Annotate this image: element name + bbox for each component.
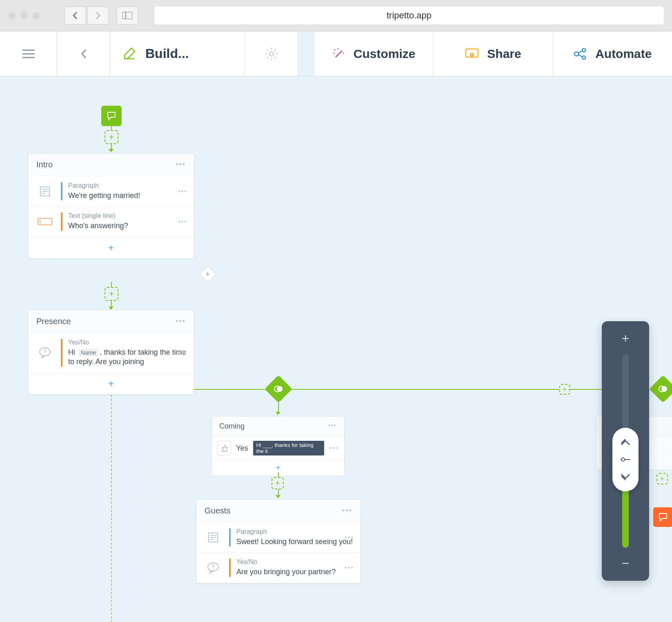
variable-chip: Name	[78, 349, 98, 357]
svg-point-8	[333, 52, 334, 53]
nav-back-button[interactable]	[65, 7, 86, 24]
condition-icon	[658, 384, 668, 394]
block-type: Paragraph	[236, 528, 354, 535]
end-node[interactable]	[653, 507, 672, 527]
block-row[interactable]: ? Yes/No Are you bringing your partner? …	[196, 553, 360, 583]
arrow-icon	[276, 412, 280, 415]
nav-buttons	[65, 7, 109, 24]
zoom-out-button[interactable]: −	[622, 556, 630, 571]
condition-label: Yes	[236, 444, 248, 453]
close-dot[interactable]	[8, 12, 16, 19]
customize-label: Customize	[354, 47, 416, 61]
svg-point-5	[269, 52, 274, 56]
branch-node[interactable]	[649, 375, 672, 403]
build-icon	[122, 47, 136, 61]
chat-icon	[658, 512, 668, 522]
section-menu-button[interactable]: •••	[176, 160, 186, 169]
tab-automate[interactable]: Automate	[553, 31, 672, 76]
add-branch-button[interactable]: +	[559, 384, 570, 395]
block-text: Hi Name, thanks for taking the time to r…	[68, 348, 187, 367]
svg-line-16	[578, 55, 582, 57]
section-header[interactable]: Guests •••	[196, 500, 360, 522]
accent-bar	[61, 339, 62, 367]
block-menu-button[interactable]: •••	[178, 349, 187, 356]
browser-chrome: tripetto.app	[0, 0, 672, 31]
block-row[interactable]: Paragraph We're getting married! •••	[28, 176, 194, 207]
maximize-dot[interactable]	[33, 12, 40, 19]
toolbar-gap	[298, 31, 314, 76]
share-label: Share	[487, 47, 521, 61]
flow-canvas[interactable]: + Intro ••• Paragraph We're getting marr…	[0, 76, 672, 622]
add-node-button[interactable]: +	[656, 473, 668, 484]
add-block-button[interactable]: +	[28, 373, 194, 394]
condition-header[interactable]: Coming •••	[212, 416, 344, 437]
start-node[interactable]	[101, 106, 122, 126]
block-text: Who's answering?	[68, 221, 187, 231]
section-guests[interactable]: Guests ••• Paragraph Sweet! Looking forw…	[196, 499, 361, 584]
tab-build[interactable]: Build...	[110, 31, 245, 76]
nav-forward-button[interactable]	[87, 7, 109, 24]
block-row[interactable]: ? Yes/No Hi Name, thanks for taking the …	[28, 333, 194, 373]
svg-point-13	[582, 49, 585, 52]
toolbar-back-button[interactable]	[57, 31, 110, 76]
zoom-in-button[interactable]: +	[622, 331, 630, 346]
section-header[interactable]: Presence •••	[28, 310, 194, 333]
add-node-button[interactable]: +	[271, 477, 284, 489]
block-menu-button[interactable]: •••	[345, 534, 354, 541]
add-node-button[interactable]: +	[105, 287, 118, 301]
sidebar-toggle-button[interactable]	[117, 7, 138, 24]
settings-button[interactable]	[245, 31, 298, 76]
connector	[278, 399, 279, 412]
thumbs-up-icon	[218, 441, 231, 455]
condition-row-menu[interactable]: •••	[329, 444, 338, 452]
block-row[interactable]: Paragraph Sweet! Looking forward seeing …	[196, 522, 360, 553]
accent-bar	[229, 558, 231, 577]
svg-point-6	[334, 49, 335, 50]
condition-menu-button[interactable]: •••	[328, 422, 337, 431]
menu-button[interactable]	[0, 31, 57, 76]
add-branch-button[interactable]: +	[199, 266, 216, 283]
block-type: Text (single line)	[68, 212, 187, 220]
connector	[278, 489, 279, 495]
paragraph-icon	[39, 186, 51, 197]
block-text: Sweet! Looking forward seeing you!	[236, 537, 354, 546]
section-title: Intro	[36, 160, 53, 169]
zoom-panel: + −	[602, 321, 649, 581]
add-node-button[interactable]: +	[105, 130, 118, 144]
section-menu-button[interactable]: •••	[176, 317, 186, 326]
zoom-track[interactable]	[622, 354, 629, 548]
gear-icon	[265, 48, 278, 60]
minimize-dot[interactable]	[20, 12, 28, 19]
automate-icon	[573, 47, 587, 61]
section-presence[interactable]: Presence ••• ? Yes/No Hi Name, thanks fo…	[28, 310, 194, 395]
svg-point-14	[582, 56, 585, 59]
svg-line-15	[578, 51, 582, 53]
tab-share[interactable]: Share	[434, 31, 553, 76]
svg-point-7	[337, 48, 338, 49]
text-input-icon	[38, 218, 52, 225]
slider-icon	[620, 457, 631, 462]
paragraph-icon	[207, 532, 219, 543]
block-menu-button[interactable]: •••	[178, 218, 187, 225]
connector-dashed	[111, 395, 112, 622]
zoom-handle[interactable]	[612, 428, 639, 491]
block-menu-button[interactable]: •••	[345, 564, 354, 571]
tab-customize[interactable]: Customize	[314, 31, 434, 76]
app-toolbar: Build... Customize Share Autom	[0, 31, 672, 76]
block-row[interactable]: Text (single line) Who's answering? •••	[28, 207, 194, 237]
chevron-left-icon	[80, 49, 87, 59]
section-intro[interactable]: Intro ••• Paragraph We're getting marrie…	[28, 153, 194, 259]
svg-point-9	[342, 52, 343, 53]
url-bar[interactable]: tripetto.app	[154, 7, 664, 24]
accent-bar	[229, 528, 231, 546]
condition-title: Coming	[219, 422, 245, 431]
share-icon	[465, 48, 479, 60]
condition-row[interactable]: Yes Hi ___, thanks for taking the ti •••	[212, 437, 344, 460]
section-menu-button[interactable]: •••	[342, 506, 352, 515]
block-menu-button[interactable]: •••	[178, 188, 187, 195]
block-type: Yes/No	[236, 558, 354, 566]
add-block-button[interactable]: +	[28, 237, 194, 258]
chevron-right-icon	[95, 11, 101, 20]
section-header[interactable]: Intro •••	[28, 153, 194, 176]
condition-coming[interactable]: Coming ••• Yes Hi ___, thanks for taking…	[211, 416, 345, 476]
